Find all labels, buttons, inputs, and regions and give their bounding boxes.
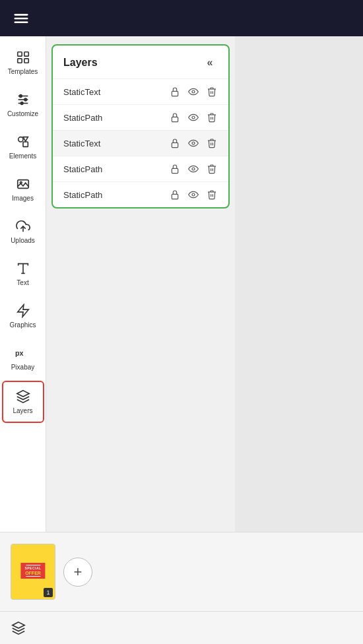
- layer-row[interactable]: StaticPath: [53, 182, 228, 207]
- svg-marker-21: [17, 305, 28, 317]
- eye-icon[interactable]: [187, 189, 199, 201]
- svg-rect-4: [24, 52, 28, 56]
- thumbnail-line-bottom: [26, 576, 40, 577]
- eye-icon[interactable]: [187, 112, 199, 123]
- lock-icon[interactable]: [169, 163, 181, 175]
- svg-point-10: [24, 98, 26, 101]
- svg-point-33: [192, 193, 195, 196]
- lock-icon[interactable]: [169, 137, 181, 149]
- svg-rect-6: [24, 59, 28, 63]
- page-thumbnail[interactable]: SPECIAL OFFER 1: [11, 544, 55, 600]
- sliders-icon: [15, 92, 31, 108]
- delete-icon[interactable]: [206, 86, 218, 98]
- layer-row[interactable]: StaticPath: [53, 156, 228, 182]
- sidebar: Templates Customize: [0, 36, 46, 532]
- sidebar-item-customize[interactable]: Customize: [2, 85, 44, 125]
- topbar: [0, 0, 363, 36]
- sidebar-item-text[interactable]: Text: [2, 254, 44, 294]
- sidebar-text-label: Text: [16, 279, 28, 287]
- layer-actions: [169, 189, 218, 201]
- delete-icon[interactable]: [206, 137, 218, 149]
- layer-row[interactable]: StaticText: [53, 131, 228, 156]
- grid-icon: [15, 49, 31, 65]
- sidebar-templates-label: Templates: [8, 68, 38, 76]
- svg-marker-15: [23, 137, 28, 141]
- delete-icon[interactable]: [206, 112, 218, 123]
- thumbnail-label: SPECIAL OFFER: [20, 563, 45, 579]
- eye-icon[interactable]: [187, 86, 199, 98]
- page-number-badge: 1: [44, 588, 53, 597]
- sidebar-item-layers[interactable]: Layers: [2, 381, 44, 423]
- app-logo[interactable]: [11, 8, 32, 29]
- bottom-icon-row: [0, 611, 363, 644]
- sidebar-item-graphics[interactable]: Graphics: [2, 296, 44, 336]
- text-icon: [15, 261, 31, 276]
- eye-icon[interactable]: [187, 163, 199, 175]
- bottom-strip: SPECIAL OFFER 1 +: [0, 532, 363, 611]
- svg-marker-23: [16, 391, 28, 397]
- lightning-icon: [15, 303, 31, 319]
- delete-icon[interactable]: [206, 189, 218, 201]
- thumbnail-inner: SPECIAL OFFER 1: [11, 544, 55, 599]
- svg-marker-34: [13, 622, 24, 628]
- lock-icon[interactable]: [169, 189, 181, 201]
- main-layout: Templates Customize: [0, 36, 363, 532]
- sidebar-item-templates[interactable]: Templates: [2, 43, 44, 82]
- layers-icon: [15, 389, 31, 404]
- layer-row[interactable]: StaticText: [53, 79, 228, 105]
- eye-icon[interactable]: [187, 137, 199, 149]
- upload-icon: [15, 218, 31, 234]
- image-icon: [15, 176, 31, 192]
- sidebar-customize-label: Customize: [7, 110, 38, 118]
- svg-point-31: [192, 168, 195, 170]
- sidebar-graphics-label: Graphics: [9, 321, 36, 329]
- svg-point-27: [192, 116, 195, 119]
- svg-rect-1: [15, 17, 28, 19]
- layer-actions: [169, 137, 218, 149]
- layers-collapse-button[interactable]: «: [202, 55, 218, 71]
- svg-point-29: [192, 142, 195, 145]
- svg-rect-3: [17, 52, 21, 56]
- layer-name: StaticText: [63, 139, 169, 148]
- layers-panel-header: Layers «: [53, 46, 228, 79]
- add-page-button[interactable]: +: [63, 558, 92, 587]
- svg-rect-26: [172, 117, 178, 121]
- sidebar-item-images[interactable]: Images: [2, 170, 44, 209]
- sidebar-item-uploads[interactable]: Uploads: [2, 212, 44, 251]
- layers-panel-title: Layers: [63, 57, 98, 69]
- sidebar-item-pixabay[interactable]: px Pixabay: [2, 338, 44, 378]
- px-icon: px: [15, 345, 31, 361]
- lock-icon[interactable]: [169, 112, 181, 123]
- panel-content-row: Layers « StaticText: [46, 36, 363, 532]
- lock-icon[interactable]: [169, 86, 181, 98]
- sidebar-elements-label: Elements: [9, 152, 37, 160]
- sidebar-item-elements[interactable]: Elements: [2, 127, 44, 167]
- svg-point-13: [18, 137, 22, 142]
- chevron-left-icon: «: [207, 57, 213, 69]
- layer-name: StaticPath: [63, 164, 169, 174]
- svg-point-8: [19, 95, 22, 98]
- svg-point-12: [20, 102, 23, 105]
- layer-name: StaticText: [63, 87, 169, 97]
- layer-row[interactable]: StaticPath: [53, 105, 228, 131]
- bottom-layers-icon[interactable]: [11, 620, 26, 636]
- sidebar-layers-label: Layers: [13, 407, 32, 415]
- sidebar-pixabay-label: Pixabay: [11, 364, 35, 371]
- canvas-area[interactable]: [235, 36, 363, 532]
- svg-rect-28: [172, 143, 178, 147]
- svg-rect-5: [17, 59, 21, 63]
- layer-name: StaticPath: [63, 113, 169, 123]
- svg-rect-0: [15, 14, 28, 16]
- svg-rect-14: [23, 142, 28, 146]
- svg-point-25: [192, 90, 195, 93]
- layer-actions: [169, 112, 218, 123]
- svg-rect-32: [172, 194, 178, 199]
- thumbnail-offer-text: OFFER: [25, 571, 41, 575]
- sidebar-images-label: Images: [12, 195, 34, 203]
- svg-rect-2: [15, 21, 28, 23]
- elements-icon: [15, 134, 31, 150]
- delete-icon[interactable]: [206, 163, 218, 175]
- sidebar-uploads-label: Uploads: [11, 237, 35, 245]
- thumbnail-special-text: SPECIAL: [24, 566, 41, 570]
- svg-rect-24: [172, 91, 178, 96]
